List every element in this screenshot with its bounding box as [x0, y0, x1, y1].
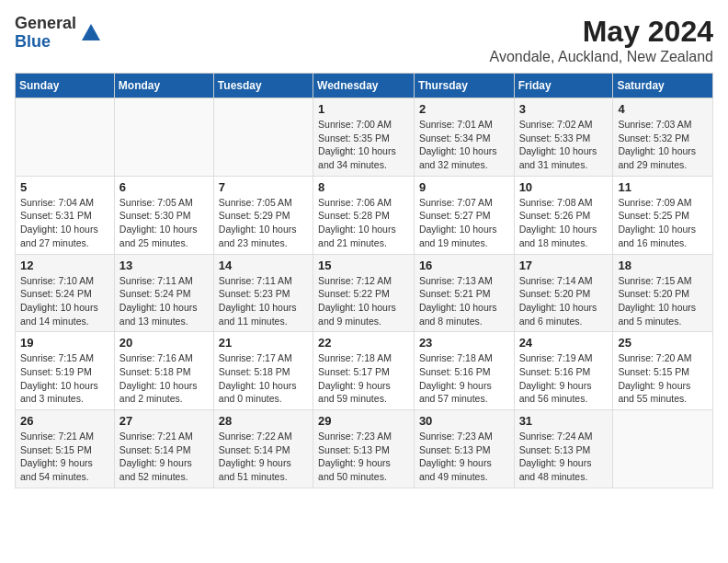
day-number: 3 [519, 102, 609, 116]
day-info: Sunrise: 7:03 AMSunset: 5:32 PMDaylight:… [618, 118, 708, 172]
calendar-cell: 20Sunrise: 7:16 AMSunset: 5:18 PMDayligh… [114, 332, 213, 410]
day-info: Sunrise: 7:17 AMSunset: 5:18 PMDaylight:… [219, 351, 308, 406]
calendar-cell: 23Sunrise: 7:18 AMSunset: 5:16 PMDayligh… [414, 332, 514, 410]
header-sunday: Sunday [16, 74, 115, 98]
day-number: 8 [318, 180, 409, 194]
day-info: Sunrise: 7:13 AMSunset: 5:21 PMDaylight:… [419, 274, 509, 328]
day-info: Sunrise: 7:10 AMSunset: 5:24 PMDaylight:… [20, 274, 109, 328]
day-number: 28 [219, 414, 308, 428]
day-info: Sunrise: 7:11 AMSunset: 5:23 PMDaylight:… [219, 274, 308, 328]
calendar-cell [213, 98, 313, 177]
day-info: Sunrise: 7:11 AMSunset: 5:24 PMDaylight:… [119, 274, 209, 328]
day-number: 5 [20, 180, 109, 194]
calendar-cell: 3Sunrise: 7:02 AMSunset: 5:33 PMDaylight… [514, 98, 613, 177]
day-info: Sunrise: 7:12 AMSunset: 5:22 PMDaylight:… [318, 274, 409, 328]
calendar-cell: 11Sunrise: 7:09 AMSunset: 5:25 PMDayligh… [613, 176, 713, 254]
calendar-cell: 18Sunrise: 7:15 AMSunset: 5:20 PMDayligh… [613, 254, 713, 332]
day-number: 15 [318, 259, 409, 272]
calendar-table: SundayMondayTuesdayWednesdayThursdayFrid… [15, 73, 713, 488]
day-number: 11 [618, 180, 708, 194]
calendar-week-1: 1Sunrise: 7:00 AMSunset: 5:35 PMDaylight… [16, 98, 713, 177]
calendar-week-4: 19Sunrise: 7:15 AMSunset: 5:19 PMDayligh… [16, 332, 713, 410]
header-friday: Friday [514, 74, 613, 98]
calendar-cell: 27Sunrise: 7:21 AMSunset: 5:14 PMDayligh… [114, 410, 213, 488]
day-number: 27 [119, 414, 209, 428]
day-info: Sunrise: 7:15 AMSunset: 5:19 PMDaylight:… [20, 351, 109, 406]
day-info: Sunrise: 7:01 AMSunset: 5:34 PMDaylight:… [419, 118, 509, 172]
header-tuesday: Tuesday [213, 74, 313, 98]
calendar-cell: 9Sunrise: 7:07 AMSunset: 5:27 PMDaylight… [414, 176, 514, 254]
day-info: Sunrise: 7:21 AMSunset: 5:15 PMDaylight:… [20, 430, 109, 484]
page-header: General Blue May 2024 Avondale, Auckland… [15, 15, 713, 65]
calendar-cell: 7Sunrise: 7:05 AMSunset: 5:29 PMDaylight… [213, 176, 313, 254]
day-number: 1 [318, 102, 409, 116]
day-number: 30 [419, 414, 509, 428]
calendar-cell [16, 98, 115, 177]
day-number: 31 [519, 414, 609, 428]
calendar-week-3: 12Sunrise: 7:10 AMSunset: 5:24 PMDayligh… [16, 254, 713, 332]
month-year: May 2024 [490, 15, 713, 49]
day-info: Sunrise: 7:20 AMSunset: 5:15 PMDaylight:… [618, 351, 708, 406]
day-number: 19 [20, 336, 109, 350]
calendar-cell: 5Sunrise: 7:04 AMSunset: 5:31 PMDaylight… [16, 176, 115, 254]
day-number: 2 [419, 102, 509, 116]
day-info: Sunrise: 7:15 AMSunset: 5:20 PMDaylight:… [618, 274, 708, 328]
day-number: 26 [20, 414, 109, 428]
day-info: Sunrise: 7:22 AMSunset: 5:14 PMDaylight:… [219, 430, 308, 484]
logo-icon [80, 22, 102, 44]
day-info: Sunrise: 7:09 AMSunset: 5:25 PMDaylight:… [618, 196, 708, 250]
day-info: Sunrise: 7:16 AMSunset: 5:18 PMDaylight:… [119, 351, 209, 406]
day-info: Sunrise: 7:23 AMSunset: 5:13 PMDaylight:… [419, 430, 509, 484]
day-info: Sunrise: 7:19 AMSunset: 5:16 PMDaylight:… [519, 351, 609, 406]
day-number: 14 [219, 259, 308, 272]
day-number: 16 [419, 259, 509, 272]
calendar-cell: 17Sunrise: 7:14 AMSunset: 5:20 PMDayligh… [514, 254, 613, 332]
day-info: Sunrise: 7:24 AMSunset: 5:13 PMDaylight:… [519, 430, 609, 484]
calendar-cell [114, 98, 213, 177]
calendar-cell: 24Sunrise: 7:19 AMSunset: 5:16 PMDayligh… [514, 332, 613, 410]
day-info: Sunrise: 7:04 AMSunset: 5:31 PMDaylight:… [20, 196, 109, 250]
day-number: 21 [219, 336, 308, 350]
day-info: Sunrise: 7:07 AMSunset: 5:27 PMDaylight:… [419, 196, 509, 250]
calendar-cell: 10Sunrise: 7:08 AMSunset: 5:26 PMDayligh… [514, 176, 613, 254]
calendar-cell: 28Sunrise: 7:22 AMSunset: 5:14 PMDayligh… [213, 410, 313, 488]
day-number: 29 [318, 414, 409, 428]
location: Avondale, Auckland, New Zealand [490, 49, 713, 65]
logo: General Blue [15, 15, 102, 52]
day-info: Sunrise: 7:05 AMSunset: 5:30 PMDaylight:… [119, 196, 209, 250]
logo-general: General [15, 15, 76, 33]
day-info: Sunrise: 7:21 AMSunset: 5:14 PMDaylight:… [119, 430, 209, 484]
header-wednesday: Wednesday [313, 74, 415, 98]
calendar-cell: 2Sunrise: 7:01 AMSunset: 5:34 PMDaylight… [414, 98, 514, 177]
calendar-cell: 30Sunrise: 7:23 AMSunset: 5:13 PMDayligh… [414, 410, 514, 488]
day-info: Sunrise: 7:14 AMSunset: 5:20 PMDaylight:… [519, 274, 609, 328]
header-monday: Monday [114, 74, 213, 98]
calendar-cell: 1Sunrise: 7:00 AMSunset: 5:35 PMDaylight… [313, 98, 415, 177]
day-number: 12 [20, 259, 109, 272]
day-number: 7 [219, 180, 308, 194]
day-number: 25 [618, 336, 708, 350]
day-number: 23 [419, 336, 509, 350]
calendar-cell: 15Sunrise: 7:12 AMSunset: 5:22 PMDayligh… [313, 254, 415, 332]
calendar-cell: 16Sunrise: 7:13 AMSunset: 5:21 PMDayligh… [414, 254, 514, 332]
header-saturday: Saturday [613, 74, 713, 98]
calendar-week-2: 5Sunrise: 7:04 AMSunset: 5:31 PMDaylight… [16, 176, 713, 254]
svg-marker-0 [82, 24, 100, 40]
calendar-cell: 14Sunrise: 7:11 AMSunset: 5:23 PMDayligh… [213, 254, 313, 332]
calendar-cell: 4Sunrise: 7:03 AMSunset: 5:32 PMDaylight… [613, 98, 713, 177]
header-row: SundayMondayTuesdayWednesdayThursdayFrid… [16, 74, 713, 98]
calendar-cell [613, 410, 713, 488]
calendar-cell: 22Sunrise: 7:18 AMSunset: 5:17 PMDayligh… [313, 332, 415, 410]
day-info: Sunrise: 7:18 AMSunset: 5:17 PMDaylight:… [318, 351, 409, 406]
day-number: 17 [519, 259, 609, 272]
day-info: Sunrise: 7:23 AMSunset: 5:13 PMDaylight:… [318, 430, 409, 484]
calendar-cell: 13Sunrise: 7:11 AMSunset: 5:24 PMDayligh… [114, 254, 213, 332]
calendar-cell: 12Sunrise: 7:10 AMSunset: 5:24 PMDayligh… [16, 254, 115, 332]
day-number: 18 [618, 259, 708, 272]
day-number: 24 [519, 336, 609, 350]
day-info: Sunrise: 7:06 AMSunset: 5:28 PMDaylight:… [318, 196, 409, 250]
day-number: 20 [119, 336, 209, 350]
header-thursday: Thursday [414, 74, 514, 98]
day-number: 6 [119, 180, 209, 194]
logo-blue: Blue [15, 33, 76, 52]
